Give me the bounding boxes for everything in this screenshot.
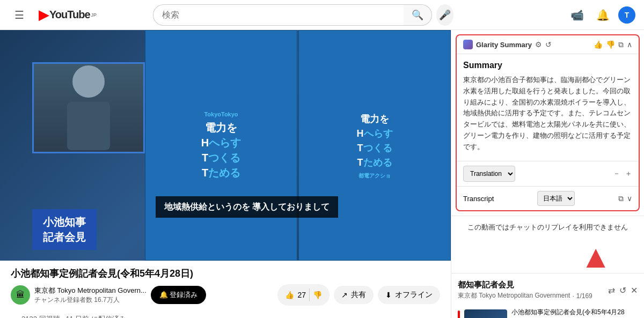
like-icon: 👍 xyxy=(285,291,294,299)
transcript-icons: ⧉ ∨ xyxy=(618,194,632,203)
create-button[interactable]: 📹 xyxy=(567,4,588,26)
lower-third: 小池知事 記者会見 xyxy=(32,209,97,250)
transcript-lang-select[interactable]: 日本語 xyxy=(537,191,575,206)
playlist-controls: ⇄ ↺ ✕ xyxy=(608,285,638,295)
header-left: ☰ ▶ YouTube JP xyxy=(9,4,97,26)
subscribe-label: 登録済み xyxy=(170,291,197,299)
notification-icon: 🔔 xyxy=(596,9,610,21)
red-arrow-container: ▲ xyxy=(451,239,644,273)
subscribe-bell-icon: 🔔 xyxy=(159,291,168,299)
subtitle-overlay: 地域熱供給というのを 導入しておりまして xyxy=(156,196,338,218)
glarity-header: Glarity Summary ⚙ ↺ 👍 👎 ⧉ ∧ xyxy=(457,35,639,54)
glarity-plus-button[interactable]: ＋ xyxy=(625,169,632,179)
htt-text-1: 電力をHへらすTつくるTためる xyxy=(201,120,241,180)
youtube-logo[interactable]: ▶ YouTube JP xyxy=(39,8,97,23)
summary-heading: Summary xyxy=(463,61,632,70)
transcript-copy-button[interactable]: ⧉ xyxy=(618,194,624,203)
search-bar: 🔍 🎤 xyxy=(153,4,453,26)
subscribe-button[interactable]: 🔔 登録済み xyxy=(151,286,207,304)
channel-details: 東京都 Tokyo Metropolitan Govern... チャンネル登録… xyxy=(34,286,147,305)
playlist-title: 都知事記者会見 xyxy=(458,280,592,290)
search-button[interactable]: 🔍 xyxy=(404,4,432,26)
share-label: 共有 xyxy=(351,290,366,300)
channel-name[interactable]: 東京都 Tokyo Metropolitan Govern... xyxy=(34,286,147,295)
translation-select[interactable]: Translation xyxy=(463,166,515,182)
summary-text: 東京都の小池百合子都知事は、臨海副都心でグリーン水素を活用した取組を行うと発表し… xyxy=(463,75,632,153)
youtube-region-badge: JP xyxy=(91,12,97,18)
htt-block-2: 電力をHへらすTつくるTためる 都電アクショ xyxy=(298,30,451,261)
view-count: 3132 回視聴 xyxy=(21,315,60,318)
htt-logo-label: TokyoTokyo xyxy=(201,110,241,118)
htt-grid: TokyoTokyo 電力をHへらすTつくるTためる 電力をHへらすTつくるTた… xyxy=(145,30,451,261)
playlist-position: · xyxy=(572,292,574,300)
playlist-channel: 東京都 Tokyo Metropolitan Government xyxy=(458,291,570,300)
main-content: 令和5年4月28日 TokyoTokyo 電力をHへらすTつくるTためる 電力を… xyxy=(0,30,644,318)
video-background: 令和5年4月28日 TokyoTokyo 電力をHへらすTつくるTためる 電力を… xyxy=(0,30,451,261)
pip-content xyxy=(34,64,143,152)
playlist-item[interactable]: 29:03 小池都知事定例記者会見(令和5年4月28日) 東京都 Tokyo M… xyxy=(451,305,644,318)
like-count: 27 xyxy=(297,291,306,299)
share-button[interactable]: ↗ 共有 xyxy=(334,286,374,304)
download-button[interactable]: ⬇ オフライン xyxy=(378,286,440,304)
mic-icon: 🎤 xyxy=(439,9,451,21)
glarity-thumbs-down-button[interactable]: 👎 xyxy=(606,40,615,49)
dislike-icon: 👎 xyxy=(313,291,322,299)
subtitle-text: 地域熱供給というのを 導入しておりまして xyxy=(164,202,330,211)
transcript-row: Transcript 日本語 ⧉ ∨ xyxy=(457,186,639,210)
like-button[interactable]: 👍 27 👎 xyxy=(277,284,330,306)
upload-date: 11 日前 に配信済み xyxy=(65,315,126,318)
chat-disabled-section: この動画ではチャットのリプレイを利用できません ▲ xyxy=(451,216,644,273)
glarity-settings-button[interactable]: ⚙ xyxy=(535,40,542,49)
video-player[interactable]: 令和5年4月28日 TokyoTokyo 電力をHへらすTつくるTためる 電力を… xyxy=(0,30,451,261)
lower-third-line1: 小池知事 xyxy=(43,215,86,230)
video-section: 令和5年4月28日 TokyoTokyo 電力をHへらすTつくるTためる 電力を… xyxy=(0,30,451,318)
glarity-minus-button[interactable]: － xyxy=(613,169,620,179)
glarity-refresh-button[interactable]: ↺ xyxy=(545,40,552,49)
glarity-title: Glarity Summary xyxy=(476,41,532,49)
footer-icons: － ＋ xyxy=(613,169,632,179)
video-meta: 3132 回視聴 11 日前 に配信済み xyxy=(11,310,440,318)
glarity-collapse-button[interactable]: ∧ xyxy=(627,40,632,49)
htt-akishon-label: 都電アクショ xyxy=(357,172,393,179)
htt-text-2: 電力をHへらすTつくるTためる xyxy=(357,112,393,170)
share-icon: ↗ xyxy=(341,291,348,299)
channel-subs: チャンネル登録者数 16.7万人 xyxy=(34,295,147,305)
playlist-header-left: 都知事記者会見 東京都 Tokyo Metropolitan Governmen… xyxy=(458,280,592,300)
avatar[interactable]: T xyxy=(618,6,635,24)
channel-info: 🏛 東京都 Tokyo Metropolitan Govern... チャンネル… xyxy=(11,285,206,305)
playlist-close-button[interactable]: ✕ xyxy=(631,285,638,295)
video-info: 小池都知事定例記者会見(令和5年4月28日) 🏛 東京都 Tokyo Metro… xyxy=(0,261,451,318)
voice-search-button[interactable]: 🎤 xyxy=(436,4,454,26)
channel-row: 🏛 東京都 Tokyo Metropolitan Govern... チャンネル… xyxy=(11,284,440,306)
chat-disabled-notice: この動画ではチャットのリプレイを利用できません xyxy=(451,216,644,239)
transcript-label: Transcript xyxy=(463,195,494,203)
glarity-panel: Glarity Summary ⚙ ↺ 👍 👎 ⧉ ∧ Summary 東京都の… xyxy=(456,34,640,211)
glarity-copy-button[interactable]: ⧉ xyxy=(618,40,624,49)
search-icon: 🔍 xyxy=(412,9,423,21)
thumb-bg xyxy=(464,309,507,318)
menu-button[interactable]: ☰ xyxy=(9,4,30,26)
glarity-thumbs-up-button[interactable]: 👍 xyxy=(594,40,603,49)
header-right: 📹 🔔 T xyxy=(567,4,635,26)
download-icon: ⬇ xyxy=(385,291,392,299)
notifications-button[interactable]: 🔔 xyxy=(592,4,614,26)
playlist-section: 都知事記者会見 東京都 Tokyo Metropolitan Governmen… xyxy=(451,273,644,318)
picture-in-picture xyxy=(32,62,145,153)
playlist-header: 都知事記者会見 東京都 Tokyo Metropolitan Governmen… xyxy=(451,278,644,305)
transcript-expand-button[interactable]: ∨ xyxy=(627,194,632,203)
search-input[interactable] xyxy=(153,4,403,26)
playlist-count: 1/169 xyxy=(576,292,592,300)
download-label: オフライン xyxy=(395,290,433,300)
like-divider xyxy=(309,289,310,301)
playlist-repeat-button[interactable]: ↺ xyxy=(619,285,626,295)
action-row: 👍 27 👎 ↗ 共有 ⬇ オフライン xyxy=(277,284,440,306)
playlist-item-title: 小池都知事定例記者会見(令和5年4月28日) xyxy=(511,308,625,318)
htt-block-1: TokyoTokyo 電力をHへらすTつくるTためる xyxy=(145,30,297,261)
youtube-icon: ▶ xyxy=(39,8,48,23)
youtube-wordmark: YouTube xyxy=(49,9,90,21)
playlist-shuffle-button[interactable]: ⇄ xyxy=(608,285,615,295)
glarity-footer: Translation － ＋ xyxy=(457,161,639,186)
video-title: 小池都知事定例記者会見(令和5年4月28日) xyxy=(11,267,440,280)
channel-avatar[interactable]: 🏛 xyxy=(11,285,30,305)
glarity-header-right: 👍 👎 ⧉ ∧ xyxy=(594,40,632,49)
